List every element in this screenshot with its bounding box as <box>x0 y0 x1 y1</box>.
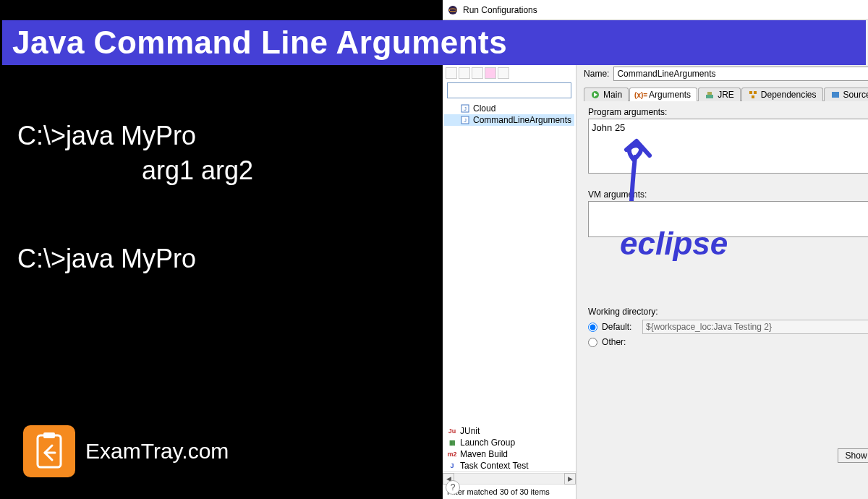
toolbar-icon[interactable] <box>498 67 509 79</box>
svg-rect-13 <box>754 91 757 94</box>
svg-rect-12 <box>749 91 752 94</box>
other-radio[interactable] <box>588 338 597 347</box>
task-icon: J <box>447 461 457 471</box>
launch-group-icon: ▦ <box>447 438 457 448</box>
maven-icon: m2 <box>447 449 457 459</box>
dialog-body: JCloudJCommandLineArguments JuJUnit▦Laun… <box>443 65 868 499</box>
tree-item-label: Cloud <box>473 103 495 114</box>
scroll-right-icon[interactable]: ▶ <box>564 473 576 485</box>
tree-item-label: CommandLineArguments <box>473 115 571 125</box>
tree-toolbar <box>443 65 576 81</box>
tab-arguments[interactable]: (x)=Arguments <box>629 88 697 101</box>
show-button[interactable]: Show <box>838 448 868 463</box>
title-banner: Java Command Line Arguments <box>2 20 866 65</box>
tree-item-label: JUnit <box>460 426 480 436</box>
tree-item-label: Launch Group <box>460 438 515 448</box>
brand: ExamTray.com <box>23 425 229 477</box>
window-title: Run Configurations <box>463 5 537 15</box>
default-dir-input <box>642 320 868 334</box>
banner-title: Java Command Line Arguments <box>12 25 507 61</box>
java-class-icon: J <box>460 115 470 125</box>
jre-icon <box>705 90 715 100</box>
tree-item[interactable]: JuJUnit <box>443 425 576 437</box>
deps-icon <box>748 90 758 100</box>
tree-item[interactable]: JCloud <box>444 103 574 114</box>
tree-item[interactable]: ▦Launch Group <box>443 437 576 448</box>
tab-jre[interactable]: JRE <box>698 88 741 101</box>
config-tree[interactable]: JCloudJCommandLineArguments JuJUnit▦Laun… <box>443 100 576 472</box>
args-icon: (x)= <box>636 90 646 100</box>
brand-name: ExamTray.com <box>85 439 229 464</box>
svg-text:J: J <box>464 106 467 112</box>
tree-item-label: Task Context Test <box>460 461 529 471</box>
program-args-label: Program arguments: <box>588 107 868 117</box>
tab-label: Dependencies <box>761 90 817 100</box>
eclipse-icon <box>447 4 459 16</box>
config-form: Name: Main(x)=ArgumentsJREDependenciesSo… <box>576 65 868 499</box>
toolbar-icon[interactable] <box>459 67 470 79</box>
tab-source[interactable]: Source <box>824 88 868 101</box>
toolbar-icon[interactable] <box>446 67 457 79</box>
config-tree-panel: JCloudJCommandLineArguments JuJUnit▦Laun… <box>443 65 576 499</box>
cmd-line-2: C:\>java MyPro <box>17 242 196 276</box>
tab-main[interactable]: Main <box>584 88 629 101</box>
tree-item-label: Maven Build <box>460 449 508 459</box>
source-icon <box>830 90 841 100</box>
program-args-value: John 25 <box>592 122 625 133</box>
tree-item[interactable]: JTask Context Test <box>443 460 576 472</box>
toolbar-icon[interactable] <box>485 67 496 79</box>
working-dir-label: Working directory: <box>588 307 868 317</box>
tree-hscroll[interactable]: ◀ ▶ <box>443 472 576 485</box>
cmd-line-1-args: arg1 arg2 <box>142 154 253 188</box>
junit-icon: Ju <box>447 426 457 436</box>
tab-label: Source <box>843 90 868 100</box>
tab-label: Arguments <box>649 90 691 100</box>
svg-text:J: J <box>464 117 467 124</box>
name-label: Name: <box>584 69 609 79</box>
window-titlebar: Run Configurations <box>443 0 868 20</box>
svg-rect-14 <box>752 95 754 98</box>
help-icon[interactable]: ? <box>446 480 460 495</box>
filter-input[interactable] <box>447 82 571 98</box>
config-name-input[interactable] <box>613 67 868 81</box>
tree-item[interactable]: JCommandLineArguments <box>444 114 574 126</box>
tab-dependencies[interactable]: Dependencies <box>741 88 823 101</box>
filter-status: Filter matched 30 of 30 items <box>443 485 576 499</box>
eclipse-window: Run Configurations JCloudJCommandLineArg… <box>443 0 868 499</box>
toolbar-icon[interactable] <box>472 67 483 79</box>
java-class-icon: J <box>460 103 470 114</box>
left-panel: C:\>java MyPro arg1 arg2 C:\>java MyPro … <box>0 0 443 499</box>
svg-point-3 <box>448 6 457 14</box>
svg-rect-15 <box>832 92 839 98</box>
tree-item[interactable]: m2Maven Build <box>443 448 576 460</box>
default-radio[interactable] <box>588 323 597 332</box>
svg-rect-10 <box>706 95 713 98</box>
cmd-line-1: C:\>java MyPro <box>17 119 196 153</box>
scroll-track[interactable] <box>454 473 564 485</box>
eclipse-annotation: eclipse <box>620 226 728 262</box>
svg-rect-1 <box>43 432 55 438</box>
vm-args-label: VM arguments: <box>588 189 868 200</box>
run-icon <box>590 90 600 100</box>
program-args-input[interactable]: John 25 <box>588 119 868 174</box>
other-label: Other: <box>602 337 638 347</box>
tab-row: Main(x)=ArgumentsJREDependenciesSource <box>584 87 868 101</box>
tab-label: Main <box>603 90 622 100</box>
svg-rect-0 <box>38 435 61 467</box>
tab-label: JRE <box>718 90 734 100</box>
brand-logo <box>23 425 75 477</box>
svg-rect-11 <box>707 92 712 95</box>
default-label: Default: <box>602 322 638 332</box>
